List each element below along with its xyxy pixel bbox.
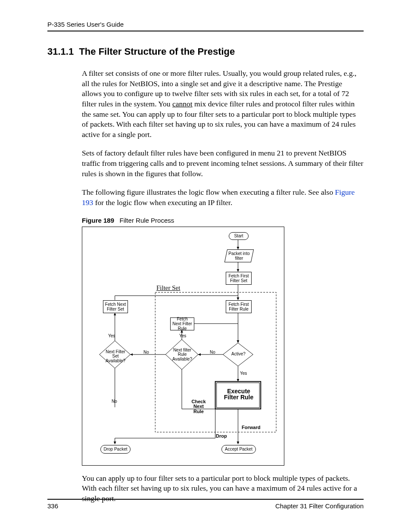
page-footer: 336 Chapter 31 Filter Configuration	[47, 499, 364, 510]
node-fetch-first-set: Fetch First Filter Set	[226, 272, 252, 285]
figure-caption: Figure 189 Filter Rule Process	[82, 217, 364, 224]
label-forward: Forward	[242, 425, 260, 430]
paragraph-3b: for the logic flow when executing an IP …	[93, 198, 232, 207]
running-header: P-335 Series User's Guide	[47, 21, 364, 31]
body-block: A filter set consists of one or more fil…	[82, 68, 364, 504]
chapter-label: Chapter 31 Filter Configuration	[275, 502, 364, 510]
node-next-rule-avail-label: Next filter Rule Available?	[172, 348, 193, 362]
edge-no-1: No	[210, 350, 215, 355]
paragraph-1: A filter set consists of one or more fil…	[82, 68, 364, 140]
paragraph-3: The following figure illustrates the log…	[82, 187, 364, 208]
paragraph-2: Sets of factory default filter rules hav…	[82, 148, 364, 179]
node-active-label: Active?	[231, 352, 246, 357]
node-next-set-avail-label: Next Filter Set Available?	[102, 350, 129, 364]
node-drop-packet: Drop Packet	[100, 445, 131, 454]
node-accept-packet: Accept Packet	[221, 445, 256, 454]
label-drop: Drop	[216, 434, 227, 439]
section-heading: 31.1.1 The Filter Structure of the Prest…	[47, 46, 364, 57]
figure-189-flowchart: Start Packet into filter Fetch First Fil…	[82, 227, 284, 466]
edge-no-3: No	[112, 399, 117, 404]
node-packet-into-filter: Packet into filter	[224, 249, 254, 262]
node-fetch-first-rule: Fetch First Filter Rule	[226, 300, 252, 313]
filter-set-group-title: Filter Set	[156, 285, 180, 292]
node-fetch-next-set: Fetch Next Filter Set	[103, 300, 128, 313]
edge-yes-2: Yes	[179, 334, 186, 339]
edge-yes-3: Yes	[108, 334, 115, 339]
edge-no-2: No	[143, 350, 149, 355]
node-execute: Execute Filter Rule	[221, 388, 257, 401]
document-page: P-335 Series User's Guide 31.1.1 The Fil…	[0, 0, 411, 532]
node-fetch-next-rule: Fetch Next Filter Rule	[170, 317, 194, 330]
node-start: Start	[229, 232, 249, 240]
paragraph-1-cannot: cannot	[172, 100, 193, 108]
figure-caption-text: Filter Rule Process	[120, 217, 174, 224]
section-number: 31.1.1	[47, 46, 74, 57]
paragraph-3a: The following figure illustrates the log…	[82, 188, 335, 196]
svg-rect-0	[155, 292, 276, 432]
page-number: 336	[47, 502, 58, 510]
figure-label: Figure 189	[82, 217, 114, 224]
label-check-next-rule: Check Next Rule	[190, 399, 207, 414]
edge-yes-1: Yes	[240, 371, 247, 376]
section-title-text: The Filter Structure of the Prestige	[79, 46, 235, 57]
